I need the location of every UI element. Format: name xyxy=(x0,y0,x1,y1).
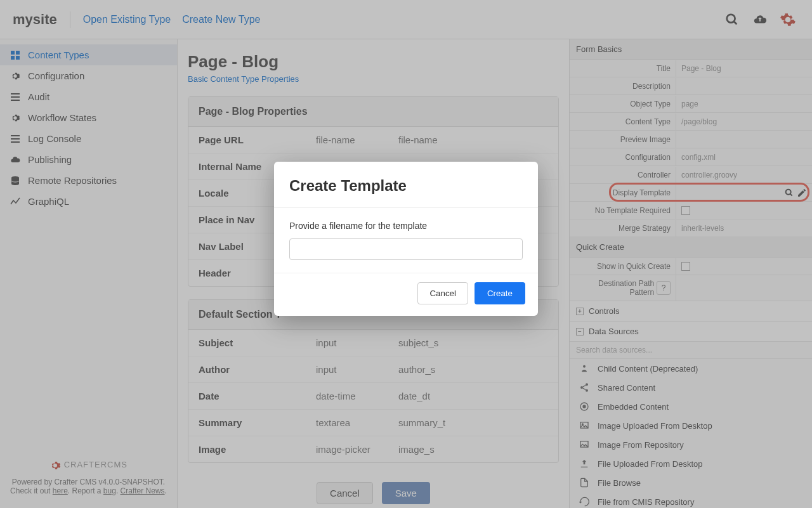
modal-cancel-button[interactable]: Cancel xyxy=(417,282,468,304)
template-filename-input[interactable] xyxy=(289,238,523,260)
modal-overlay: Create Template Provide a filename for t… xyxy=(0,0,812,508)
modal-prompt: Provide a filename for the template xyxy=(289,221,523,231)
modal-title: Create Template xyxy=(274,162,538,207)
create-template-modal: Create Template Provide a filename for t… xyxy=(274,162,538,316)
modal-create-button[interactable]: Create xyxy=(475,282,525,304)
